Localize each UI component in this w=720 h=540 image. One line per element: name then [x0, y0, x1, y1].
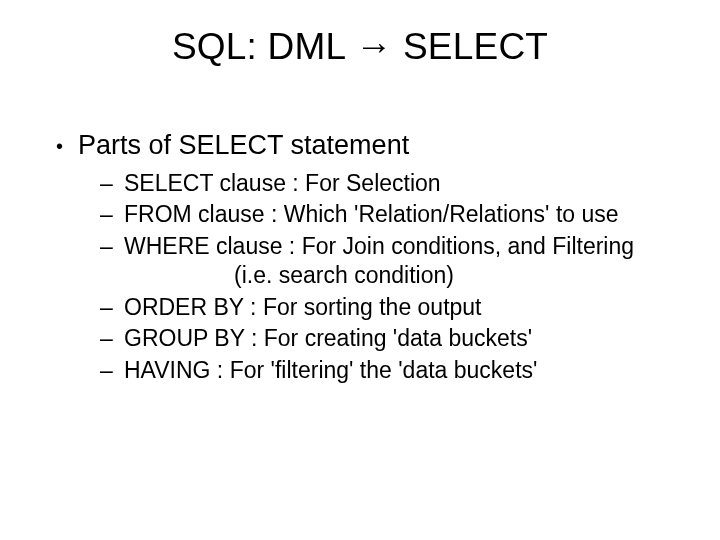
list-item: FROM clause : Which 'Relation/Relations'… [100, 200, 680, 229]
bullet-text: Parts of SELECT statement [78, 130, 409, 160]
title-text-post: SELECT [393, 26, 549, 67]
list-item: HAVING : For 'filtering' the 'data bucke… [100, 356, 680, 385]
list-item: WHERE clause : For Join conditions, and … [100, 232, 680, 291]
sub-text-cont: (i.e. search condition) [124, 261, 680, 290]
title-text-pre: SQL: DML [172, 26, 355, 67]
sub-text: SELECT clause : For Selection [124, 170, 441, 196]
arrow-icon: → [355, 26, 392, 67]
sub-text: WHERE clause : For Join conditions, and … [124, 233, 634, 259]
list-item: Parts of SELECT statement SELECT clause … [50, 130, 680, 385]
sub-text: HAVING : For 'filtering' the 'data bucke… [124, 357, 537, 383]
list-item: ORDER BY : For sorting the output [100, 293, 680, 322]
list-item: SELECT clause : For Selection [100, 169, 680, 198]
list-item: GROUP BY : For creating 'data buckets' [100, 324, 680, 353]
sub-text: GROUP BY : For creating 'data buckets' [124, 325, 532, 351]
slide: SQL: DML → SELECT Parts of SELECT statem… [0, 0, 720, 540]
sub-text: FROM clause : Which 'Relation/Relations'… [124, 201, 619, 227]
slide-title: SQL: DML → SELECT [40, 26, 680, 68]
sub-text: ORDER BY : For sorting the output [124, 294, 482, 320]
bullet-list: Parts of SELECT statement SELECT clause … [50, 130, 680, 385]
sub-list: SELECT clause : For Selection FROM claus… [100, 169, 680, 385]
